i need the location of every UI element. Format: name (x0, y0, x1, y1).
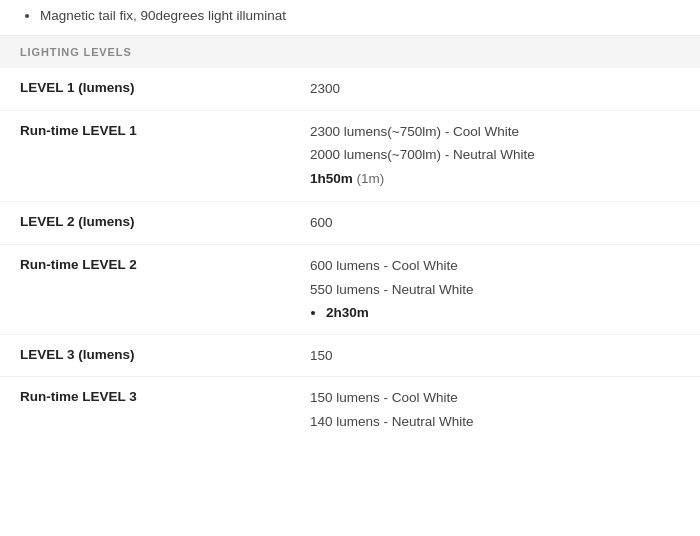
spec-value: 600 (310, 212, 680, 234)
spec-label: LEVEL 3 (lumens) (20, 345, 310, 362)
spec-value: 150 lumens - Cool White140 lumens - Neut… (310, 387, 680, 432)
spec-value-line: 550 lumens - Neutral White (310, 279, 680, 301)
spec-label: LEVEL 1 (lumens) (20, 78, 310, 95)
table-row: LEVEL 3 (lumens)150 (0, 335, 700, 378)
spec-table: LEVEL 1 (lumens)2300Run-time LEVEL 12300… (0, 68, 700, 443)
spec-value-line: 2300 lumens(~750lm) - Cool White (310, 121, 680, 143)
table-row: Run-time LEVEL 2600 lumens - Cool White5… (0, 245, 700, 335)
spec-value-line: 2300 (310, 78, 680, 100)
spec-value: 150 (310, 345, 680, 367)
spec-value-line: 600 (310, 212, 680, 234)
spec-value-line: 150 (310, 345, 680, 367)
spec-label: LEVEL 2 (lumens) (20, 212, 310, 229)
spec-label: Run-time LEVEL 2 (20, 255, 310, 272)
page-wrapper: Magnetic tail fix, 90degrees light illum… (0, 0, 700, 443)
spec-value-line: 600 lumens - Cool White (310, 255, 680, 277)
spec-value-line: 2000 lumens(~700lm) - Neutral White (310, 144, 680, 166)
table-row: LEVEL 1 (lumens)2300 (0, 68, 700, 111)
top-bullet-section: Magnetic tail fix, 90degrees light illum… (0, 0, 700, 36)
spec-value-line: 150 lumens - Cool White (310, 387, 680, 409)
spec-value-bullet-item: 2h30m (326, 302, 680, 324)
spec-value-bullet-list: 2h30m (310, 302, 680, 324)
table-row: Run-time LEVEL 3150 lumens - Cool White1… (0, 377, 700, 442)
table-row: LEVEL 2 (lumens)600 (0, 202, 700, 245)
spec-label: Run-time LEVEL 1 (20, 121, 310, 138)
spec-value: 600 lumens - Cool White550 lumens - Neut… (310, 255, 680, 324)
spec-value: 2300 lumens(~750lm) - Cool White2000 lum… (310, 121, 680, 192)
spec-value-bold-line: 1h50m (1m) (310, 168, 680, 190)
spec-value-line: 140 lumens - Neutral White (310, 411, 680, 433)
section-header-lighting: LIGHTING LEVELS (0, 36, 700, 68)
top-bullet-item: Magnetic tail fix, 90degrees light illum… (40, 8, 680, 23)
spec-value-suffix: (1m) (353, 171, 385, 186)
table-row: Run-time LEVEL 12300 lumens(~750lm) - Co… (0, 111, 700, 203)
spec-label: Run-time LEVEL 3 (20, 387, 310, 404)
spec-value: 2300 (310, 78, 680, 100)
